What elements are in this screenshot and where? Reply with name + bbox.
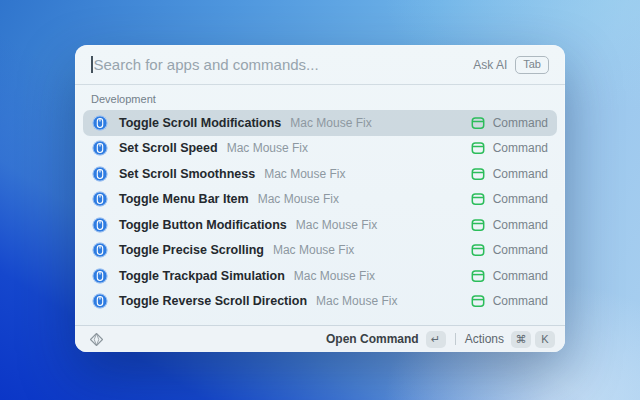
launcher-window: Ask AI Tab Development Toggle Scroll Mod…: [75, 45, 565, 352]
command-window-icon: [471, 141, 485, 155]
ask-ai-label[interactable]: Ask AI: [473, 58, 507, 72]
command-subtitle: Mac Mouse Fix: [290, 116, 371, 130]
command-title: Toggle Precise Scrolling: [119, 243, 264, 257]
command-title: Set Scroll Smoothness: [119, 167, 255, 181]
text-caret: [91, 56, 93, 73]
command-subtitle: Mac Mouse Fix: [316, 294, 397, 308]
gem-diamond-icon: [89, 332, 104, 347]
command-type-label: Command: [493, 141, 548, 155]
search-bar: Ask AI Tab: [75, 45, 565, 85]
command-title: Toggle Reverse Scroll Direction: [119, 294, 307, 308]
command-row[interactable]: Toggle Button Modifications Mac Mouse Fi…: [83, 212, 557, 238]
command-window-icon: [471, 167, 485, 181]
tab-keycap: Tab: [515, 56, 549, 74]
command-list: Development Toggle Scroll Modifications …: [75, 85, 565, 324]
command-row[interactable]: Toggle Scroll Modifications Mac Mouse Fi…: [83, 110, 557, 136]
command-subtitle: Mac Mouse Fix: [264, 167, 345, 181]
mouse-icon: [92, 140, 108, 156]
command-title: Toggle Trackpad Simulation: [119, 269, 285, 283]
mouse-icon: [92, 191, 108, 207]
command-type-label: Command: [493, 294, 548, 308]
section-header-favorites: Favorites: [83, 318, 557, 324]
development-rows: Toggle Scroll Modifications Mac Mouse Fi…: [83, 110, 557, 314]
command-window-icon: [471, 269, 485, 283]
command-title: Toggle Button Modifications: [119, 218, 287, 232]
command-row[interactable]: Set Scroll Speed Mac Mouse Fix Command: [83, 136, 557, 162]
mouse-icon: [92, 217, 108, 233]
command-type-label: Command: [493, 116, 548, 130]
command-window-icon: [471, 243, 485, 257]
command-window-icon: [471, 294, 485, 308]
mouse-icon: [92, 115, 108, 131]
command-keycap: ⌘: [511, 331, 531, 348]
command-row[interactable]: Toggle Trackpad Simulation Mac Mouse Fix…: [83, 263, 557, 289]
command-subtitle: Mac Mouse Fix: [258, 192, 339, 206]
mouse-icon: [92, 166, 108, 182]
command-type-label: Command: [493, 192, 548, 206]
command-type-label: Command: [493, 243, 548, 257]
command-subtitle: Mac Mouse Fix: [227, 141, 308, 155]
k-keycap: K: [535, 331, 555, 348]
section-header-development: Development: [83, 89, 557, 110]
enter-keycap: ↵: [426, 331, 446, 348]
command-row[interactable]: Toggle Menu Bar Item Mac Mouse Fix Comma…: [83, 187, 557, 213]
command-subtitle: Mac Mouse Fix: [273, 243, 354, 257]
command-window-icon: [471, 192, 485, 206]
open-command-button[interactable]: Open Command: [326, 332, 419, 346]
mouse-icon: [92, 293, 108, 309]
command-subtitle: Mac Mouse Fix: [296, 218, 377, 232]
footer-divider: [455, 333, 456, 345]
command-title: Toggle Scroll Modifications: [119, 116, 281, 130]
command-title: Set Scroll Speed: [119, 141, 218, 155]
command-type-label: Command: [493, 167, 548, 181]
footer-bar: Open Command ↵ Actions ⌘ K: [75, 325, 565, 352]
command-row[interactable]: Toggle Reverse Scroll Direction Mac Mous…: [83, 289, 557, 315]
command-type-label: Command: [493, 218, 548, 232]
command-row[interactable]: Toggle Precise Scrolling Mac Mouse Fix C…: [83, 238, 557, 264]
command-subtitle: Mac Mouse Fix: [294, 269, 375, 283]
mouse-icon: [92, 242, 108, 258]
command-title: Toggle Menu Bar Item: [119, 192, 249, 206]
command-type-label: Command: [493, 269, 548, 283]
actions-button[interactable]: Actions: [465, 332, 504, 346]
command-row[interactable]: Set Scroll Smoothness Mac Mouse Fix Comm…: [83, 161, 557, 187]
command-window-icon: [471, 116, 485, 130]
mouse-icon: [92, 268, 108, 284]
search-input[interactable]: [94, 56, 474, 73]
command-window-icon: [471, 218, 485, 232]
